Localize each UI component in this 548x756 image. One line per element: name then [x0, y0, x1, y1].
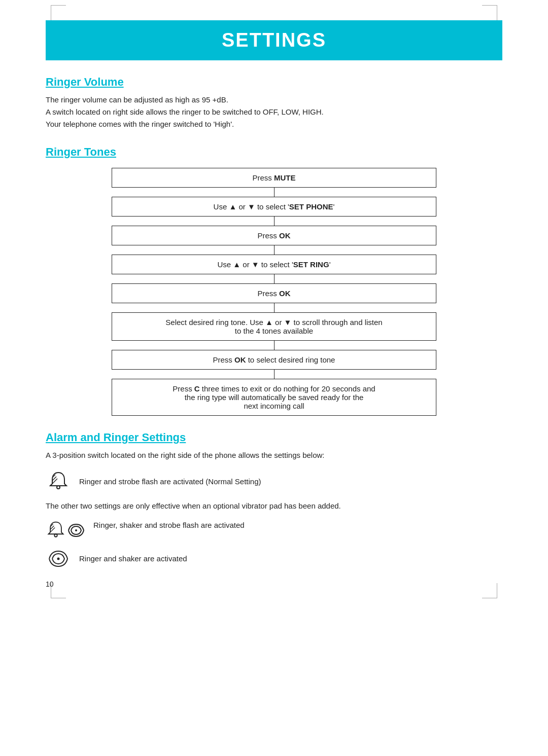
flow-step-2: Use ▲ or ▼ to select 'SET PHONE': [112, 197, 436, 217]
flow-connector-3: [274, 245, 275, 255]
page-number: 10: [46, 580, 54, 588]
svg-point-9: [57, 558, 60, 560]
alarm-note: The other two settings are only effectiv…: [46, 500, 502, 512]
bell-svg-1: [47, 471, 70, 493]
alarm-settings-heading: Alarm and Ringer Settings: [46, 431, 502, 444]
ringer-volume-section: Ringer Volume The ringer volume can be a…: [46, 76, 502, 130]
svg-point-0: [57, 486, 60, 489]
flow-connector-1: [274, 188, 275, 197]
flow-step-3: Press OK: [112, 226, 436, 245]
flow-connector-2: [274, 217, 275, 226]
ringer-volume-heading: Ringer Volume: [46, 76, 502, 89]
alarm-icon-row-1: Ringer and strobe flash are activated (N…: [46, 471, 502, 493]
flow-chart: Press MUTE Use ▲ or ▼ to select 'SET PHO…: [112, 168, 436, 416]
bell-svg-2: [46, 519, 66, 542]
alarm-settings-intro: A 3-position switch located on the right…: [46, 449, 502, 461]
flow-connector-5: [274, 303, 275, 312]
flow-connector-6: [274, 341, 275, 350]
alarm-settings-section: Alarm and Ringer Settings A 3-position s…: [46, 431, 502, 568]
ringer-tones-heading: Ringer Tones: [46, 146, 502, 159]
bell-icon-1: [46, 471, 71, 493]
flow-step-6: Select desired ring tone. Use ▲ or ▼ to …: [112, 312, 436, 341]
flow-step-1: Press MUTE: [112, 168, 436, 188]
corner-mark-top-left: [51, 5, 66, 20]
svg-point-8: [75, 529, 77, 531]
flow-step-8: Press C three times to exit or do nothin…: [112, 379, 436, 416]
wave-icon-3: [46, 550, 71, 568]
ringer-volume-line-2: A switch located on right side allows th…: [46, 106, 502, 118]
ringer-tones-section: Ringer Tones Press MUTE Use ▲ or ▼ to se…: [46, 146, 502, 416]
page-header: SETTINGS: [46, 20, 502, 60]
alarm-icon-2-desc: Ringer, shaker and strobe flash are acti…: [93, 519, 245, 531]
alarm-icon-row-3: Ringer and shaker are activated: [46, 550, 502, 568]
svg-point-4: [54, 534, 57, 536]
ringer-volume-text: The ringer volume can be adjusted as hig…: [46, 94, 502, 130]
alarm-icon-row-2: Ringer, shaker and strobe flash are acti…: [46, 519, 502, 542]
wave-svg-3: [47, 550, 70, 568]
corner-mark-top-right: [482, 5, 497, 20]
flow-step-7: Press OK to select desired ring tone: [112, 350, 436, 370]
alarm-icon-1-desc: Ringer and strobe flash are activated (N…: [79, 476, 261, 488]
page-title: SETTINGS: [222, 29, 326, 51]
flow-connector-4: [274, 274, 275, 283]
ringer-volume-line-1: The ringer volume can be adjusted as hig…: [46, 94, 502, 106]
alarm-icon-3-desc: Ringer and shaker are activated: [79, 553, 187, 565]
flow-connector-7: [274, 370, 275, 379]
ringer-volume-line-3: Your telephone comes with the ringer swi…: [46, 118, 502, 130]
flow-step-5: Press OK: [112, 283, 436, 303]
bell-icon-2: [46, 519, 85, 542]
corner-mark-bottom-right: [482, 583, 497, 598]
flow-step-4: Use ▲ or ▼ to select 'SET RING': [112, 255, 436, 274]
wave-svg-2: [67, 521, 85, 539]
